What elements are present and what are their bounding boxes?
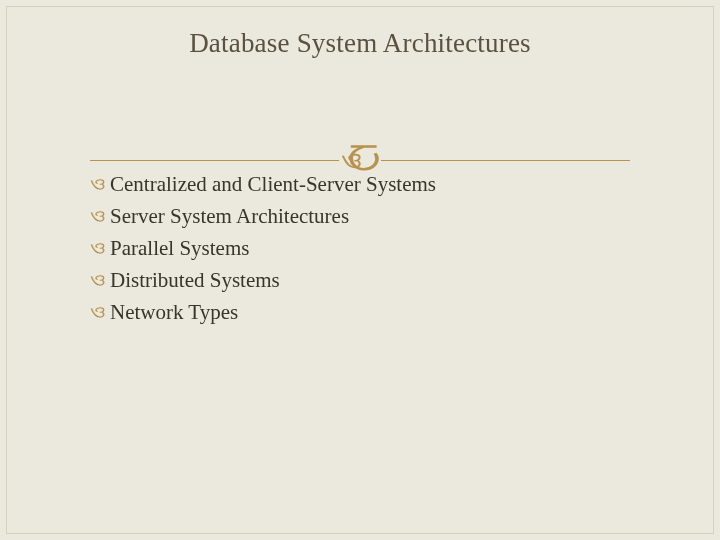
bullet-icon: ও (90, 264, 106, 296)
bullet-text: Distributed Systems (110, 265, 280, 295)
bullet-text: Network Types (110, 297, 238, 327)
bullet-icon: ও (90, 296, 106, 328)
list-item: ও Centralized and Client-Server Systems (92, 168, 660, 200)
list-item: ও Network Types (92, 296, 660, 328)
list-item: ও Distributed Systems (92, 264, 660, 296)
divider-line-left (90, 160, 339, 161)
list-item: ও Parallel Systems (92, 232, 660, 264)
bullet-text: Parallel Systems (110, 233, 249, 263)
divider-line-right (381, 160, 630, 161)
bullet-text: Server System Architectures (110, 201, 349, 231)
bullet-list: ও Centralized and Client-Server Systems … (92, 168, 660, 327)
slide-title: Database System Architectures (0, 28, 720, 59)
bullet-icon: ও (90, 232, 106, 264)
bullet-text: Centralized and Client-Server Systems (110, 169, 436, 199)
list-item: ও Server System Architectures (92, 200, 660, 232)
bullet-icon: ও (90, 200, 106, 232)
bullet-icon: ও (90, 168, 106, 200)
